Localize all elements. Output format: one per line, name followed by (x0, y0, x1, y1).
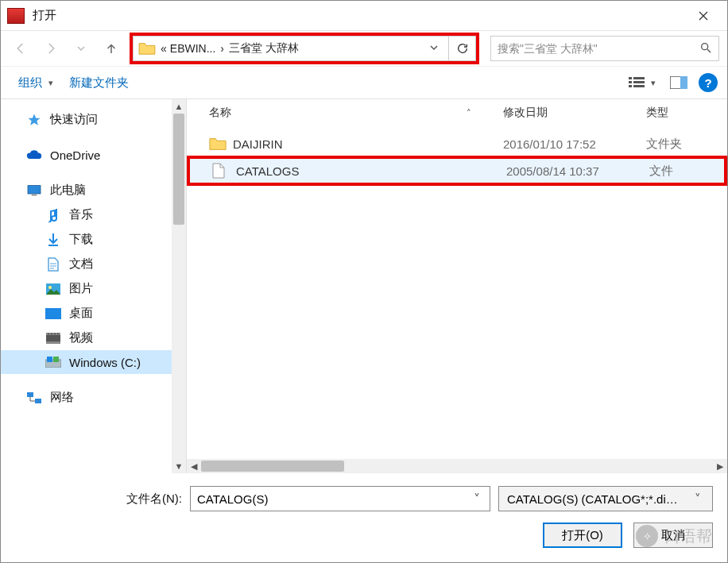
arrow-up-icon (104, 41, 118, 56)
svg-point-19 (54, 333, 56, 334)
nav-back-button[interactable] (9, 37, 33, 60)
organize-button[interactable]: 组织 ▾ (10, 71, 61, 95)
search-box[interactable] (490, 36, 719, 61)
svg-rect-3 (629, 81, 632, 83)
drive-icon (45, 355, 61, 369)
file-name: CATALOGS (236, 164, 506, 178)
sidebar-item-quick-access[interactable]: 快速访问 (1, 107, 186, 132)
svg-rect-13 (45, 308, 61, 319)
file-row[interactable]: DAIJIRIN 2016/01/10 17:52 文件夹 (187, 132, 727, 156)
cancel-button-label: 取消 (661, 528, 685, 543)
filename-row: 文件名(N): ˅ CATALOG(S) (CATALOG*;*.di… ˅ (15, 486, 713, 511)
breadcrumb: « EBWIN... › 三省堂 大辞林 (161, 41, 299, 56)
dialog-body: 快速访问 OneDrive 此电脑 音乐 (1, 99, 727, 473)
column-label: 名称 (209, 106, 231, 120)
search-icon[interactable] (699, 41, 712, 56)
desktop-icon (45, 307, 61, 321)
sidebar-item-documents[interactable]: 文档 (1, 252, 186, 276)
breadcrumb-parent[interactable]: EBWIN... (170, 42, 216, 55)
column-header-date[interactable]: 修改日期 (503, 106, 646, 120)
sidebar-item-videos[interactable]: 视频 (1, 326, 186, 350)
sidebar-scrollbar[interactable]: ▲ ▼ (172, 99, 186, 473)
folder-icon (209, 136, 227, 152)
scroll-right-icon[interactable]: ▶ (713, 459, 727, 473)
network-icon (26, 391, 42, 405)
column-header-name[interactable]: 名称 ˄ (209, 106, 503, 120)
sidebar-item-label: 文档 (69, 256, 93, 272)
sidebar-item-pictures[interactable]: 图片 (1, 276, 186, 301)
sort-asc-icon: ˄ (467, 108, 503, 118)
open-button[interactable]: 打开(O) (543, 523, 622, 548)
button-row: 打开(O) 取消 (15, 523, 713, 548)
scroll-left-icon[interactable]: ◀ (187, 459, 201, 473)
nav-row: « EBWIN... › 三省堂 大辞林 (1, 31, 727, 66)
sidebar-item-label: 视频 (69, 330, 93, 345)
file-type-filter-combo[interactable]: CATALOG(S) (CATALOG*;*.di… ˅ (498, 486, 713, 511)
refresh-button[interactable] (449, 36, 476, 61)
file-row-highlighted[interactable]: CATALOGS 2005/08/14 10:37 文件 (187, 156, 727, 186)
preview-pane-icon (670, 76, 687, 89)
nav-history-button[interactable] (69, 37, 93, 60)
file-type: 文件夹 (646, 137, 727, 152)
scrollbar-h-track[interactable] (201, 459, 713, 473)
sidebar-item-network[interactable]: 网络 (1, 385, 186, 410)
sidebar-item-music[interactable]: 音乐 (1, 202, 186, 227)
sidebar-item-desktop[interactable]: 桌面 (1, 301, 186, 326)
breadcrumb-current[interactable]: 三省堂 大辞林 (229, 41, 299, 56)
view-mode-button[interactable]: ▾ (625, 73, 659, 92)
app-icon (7, 8, 25, 24)
open-button-label: 打开(O) (562, 528, 603, 543)
scrollbar-track[interactable] (172, 114, 186, 459)
file-area: 名称 ˄ 修改日期 类型 DAIJIRIN 2016/01/10 17:52 文… (187, 99, 727, 473)
svg-rect-24 (27, 392, 33, 397)
scroll-down-icon[interactable]: ▼ (172, 459, 186, 473)
new-folder-button[interactable]: 新建文件夹 (61, 71, 137, 95)
column-header-type[interactable]: 类型 (646, 106, 727, 120)
scroll-up-icon[interactable]: ▲ (172, 99, 186, 114)
file-scrollbar-horizontal[interactable]: ◀ ▶ (187, 459, 727, 473)
organize-label: 组织 (18, 75, 42, 91)
help-button[interactable]: ? (699, 73, 718, 92)
chevron-down-icon (429, 43, 439, 52)
open-dialog-window: 打开 « EBWIN... › 三省 (0, 0, 728, 563)
window-title: 打开 (33, 8, 56, 23)
sidebar-item-label: 图片 (69, 281, 93, 296)
new-folder-label: 新建文件夹 (69, 75, 129, 91)
svg-point-12 (48, 286, 52, 289)
svg-rect-4 (633, 81, 645, 83)
filename-input[interactable] (197, 492, 470, 506)
refresh-icon (456, 42, 469, 55)
chevron-down-icon: ▾ (48, 78, 53, 88)
video-icon (45, 331, 61, 345)
chevron-right-icon: › (219, 42, 226, 55)
svg-rect-2 (633, 77, 645, 79)
file-date: 2005/08/14 10:37 (506, 164, 649, 178)
sidebar-item-label: 网络 (50, 390, 74, 405)
svg-rect-22 (47, 357, 52, 362)
scrollbar-thumb[interactable] (173, 114, 184, 225)
nav-forward-button[interactable] (39, 37, 63, 60)
sidebar-item-onedrive[interactable]: OneDrive (1, 143, 186, 167)
filter-label: CATALOG(S) (CATALOG*;*.di… (507, 492, 691, 506)
address-dropdown-button[interactable] (424, 41, 443, 56)
address-bar[interactable]: « EBWIN... › 三省堂 大辞林 (133, 36, 449, 61)
filename-combo[interactable]: ˅ (190, 486, 490, 511)
preview-pane-button[interactable] (667, 73, 691, 92)
column-label: 修改日期 (503, 106, 548, 120)
nav-up-button[interactable] (99, 37, 123, 60)
sidebar-item-label: 此电脑 (50, 183, 86, 198)
cancel-button[interactable]: 取消 (633, 523, 713, 548)
svg-point-0 (702, 43, 708, 49)
svg-rect-5 (629, 85, 632, 87)
chevron-down-icon[interactable]: ˅ (470, 492, 483, 507)
sidebar-item-downloads[interactable]: 下载 (1, 227, 186, 252)
search-input[interactable] (498, 42, 699, 55)
sidebar-item-this-pc[interactable]: 此电脑 (1, 178, 186, 202)
sidebar-item-c-drive[interactable]: Windows (C:) (1, 350, 186, 374)
close-button[interactable] (686, 1, 721, 30)
scrollbar-h-thumb[interactable] (201, 461, 344, 472)
breadcrumb-root[interactable]: « (161, 42, 167, 55)
column-label: 类型 (646, 106, 668, 120)
svg-rect-23 (53, 357, 59, 362)
file-type: 文件 (649, 164, 724, 179)
